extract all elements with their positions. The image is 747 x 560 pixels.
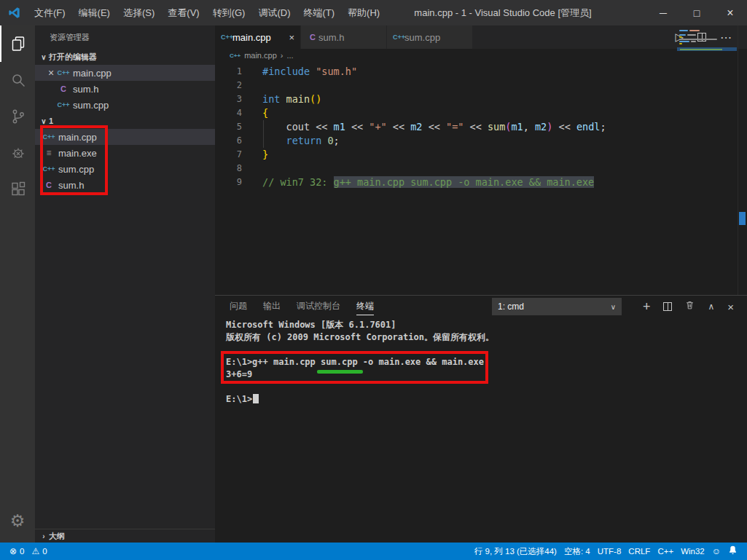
terminal-select[interactable]: 1: cmd ∨ xyxy=(492,298,622,315)
chevron-right-icon: › xyxy=(39,532,49,540)
menu-item[interactable]: 终端(T) xyxy=(297,0,341,25)
close-panel-icon[interactable]: × xyxy=(727,301,734,313)
status-item[interactable]: UTF-8 xyxy=(594,543,625,560)
code-line[interactable]: 3int main() xyxy=(215,92,747,106)
cpp-file-icon: C++ xyxy=(57,101,70,109)
breadcrumb-more[interactable]: ... xyxy=(286,51,293,60)
line-number: 7 xyxy=(215,148,242,162)
cpp-file-icon: C++ xyxy=(42,165,55,173)
cpp-file-icon: C++ xyxy=(221,33,232,41)
menu-item[interactable]: 选择(S) xyxy=(117,0,161,25)
smiley-icon: ☺ xyxy=(712,546,721,556)
tab-sum-h[interactable]: Csum.h xyxy=(301,25,387,49)
cpp-file-icon: C++ xyxy=(230,52,240,59)
code-editor[interactable]: 1#include "sum.h"23int main()4{5 cout <<… xyxy=(215,62,747,295)
file-item[interactable]: C++sum.cpp xyxy=(35,97,215,113)
close-window-button[interactable]: × xyxy=(713,0,747,25)
code-line[interactable]: 2 xyxy=(215,79,747,92)
code-line[interactable]: 6 return 0; xyxy=(215,134,747,148)
explorer-icon[interactable] xyxy=(0,25,35,62)
extensions-icon[interactable] xyxy=(0,171,35,208)
line-number: 6 xyxy=(215,134,242,148)
status-error[interactable]: ⊗0 xyxy=(6,543,28,560)
folder-section-header[interactable]: ∨ 1 xyxy=(35,113,215,129)
menu-item[interactable]: 调试(D) xyxy=(251,0,297,25)
cpp-file-icon: C++ xyxy=(42,133,55,141)
close-icon[interactable]: × xyxy=(45,67,57,79)
panel-tab[interactable]: 输出 xyxy=(263,296,281,318)
breadcrumb[interactable]: C++ main.cpp › ... xyxy=(215,49,747,62)
file-item[interactable]: ×C++main.cpp xyxy=(35,65,215,81)
panel-actions: + ∧ × xyxy=(643,296,734,318)
minimize-button[interactable]: ─ xyxy=(646,0,680,25)
tab-sum-cpp[interactable]: C++sum.cpp xyxy=(387,25,473,49)
status-item[interactable]: C++ xyxy=(654,543,677,560)
status-bar: ⊗0⚠0 行 9, 列 13 (已选择44)空格: 4UTF-8CRLFC++W… xyxy=(0,543,747,560)
settings-gear-icon[interactable]: ⚙ xyxy=(0,505,35,537)
code-text: { xyxy=(242,106,268,120)
status-warning[interactable]: ⚠0 xyxy=(28,543,50,560)
code-text: #include "sum.h" xyxy=(242,65,357,79)
code-line[interactable]: 1#include "sum.h" xyxy=(215,65,747,79)
file-item[interactable]: C++sum.cpp xyxy=(35,161,215,177)
outline-section-header[interactable]: › 大纲 xyxy=(35,529,215,543)
menu-item[interactable]: 转到(G) xyxy=(206,0,252,25)
c-header-file-icon: C xyxy=(42,181,55,189)
tab-main-cpp[interactable]: C++main.cpp× xyxy=(215,25,301,49)
line-number: 2 xyxy=(215,79,242,92)
panel-tab[interactable]: 调试控制台 xyxy=(297,296,340,318)
file-item[interactable]: C++main.cpp xyxy=(35,129,215,145)
panel-tab[interactable]: 问题 xyxy=(230,296,247,318)
folder-file-list: C++main.cpp≡main.exeC++sum.cppCsum.h xyxy=(35,129,215,193)
open-editors-header[interactable]: ∨ 打开的编辑器 xyxy=(35,49,215,65)
file-item[interactable]: ≡main.exe xyxy=(35,145,215,161)
code-text: int main() xyxy=(242,92,321,106)
terminal[interactable]: Microsoft Windows [版本 6.1.7601]版权所有 (c) … xyxy=(215,319,747,543)
file-item[interactable]: Csum.h xyxy=(35,81,215,97)
menu-item[interactable]: 编辑(E) xyxy=(72,0,117,25)
terminal-cursor xyxy=(253,394,259,403)
code-line[interactable]: 9// win7 32: g++ main.cpp sum.cpp -o mai… xyxy=(215,176,747,189)
status-item[interactable]: 行 9, 列 13 (已选择44) xyxy=(471,543,560,560)
menu-item[interactable]: 查看(V) xyxy=(161,0,206,25)
file-name: main.cpp xyxy=(70,68,112,79)
search-icon[interactable] xyxy=(0,62,35,98)
status-item[interactable]: Win32 xyxy=(677,543,708,560)
breadcrumb-file[interactable]: main.cpp xyxy=(244,51,277,60)
code-line[interactable]: 7} xyxy=(215,148,747,162)
status-item[interactable]: 空格: 4 xyxy=(560,543,594,560)
maximize-button[interactable]: □ xyxy=(680,0,713,25)
file-name: sum.cpp xyxy=(55,164,94,175)
status-bell[interactable] xyxy=(724,543,741,560)
debug-icon[interactable] xyxy=(0,135,35,171)
terminal-line xyxy=(226,344,747,356)
editor-tab-bar: C++main.cpp×Csum.hC++sum.cpp xyxy=(215,25,747,49)
split-terminal-icon[interactable] xyxy=(663,302,672,311)
new-terminal-icon[interactable]: + xyxy=(643,299,651,315)
panel-header: 问题输出调试控制台终端 1: cmd ∨ + ∧ × xyxy=(215,296,747,318)
cpp-file-icon: C++ xyxy=(393,33,404,41)
vscode-window: 文件(F)编辑(E)选择(S)查看(V)转到(G)调试(D)终端(T)帮助(H)… xyxy=(0,0,747,560)
explorer-sidebar: 资源管理器 ∨ 打开的编辑器 ×C++main.cppCsum.hC++sum.… xyxy=(35,25,215,543)
line-number: 4 xyxy=(215,106,242,120)
kill-terminal-icon[interactable] xyxy=(685,300,695,313)
panel-tab[interactable]: 终端 xyxy=(356,296,374,318)
title-bar: 文件(F)编辑(E)选择(S)查看(V)转到(G)调试(D)终端(T)帮助(H)… xyxy=(0,0,747,25)
line-number: 3 xyxy=(215,92,242,106)
code-line[interactable]: 5 cout << m1 << "+" << m2 << "=" << sum(… xyxy=(215,120,747,134)
status-item[interactable]: CRLF xyxy=(625,543,654,560)
code-text: } xyxy=(242,148,268,162)
code-line[interactable]: 8 xyxy=(215,162,747,176)
source-control-icon[interactable] xyxy=(0,98,35,135)
minimap[interactable] xyxy=(677,30,737,51)
menu-item[interactable]: 文件(F) xyxy=(28,0,72,25)
code-text xyxy=(242,162,262,176)
file-item[interactable]: Csum.h xyxy=(35,177,215,193)
tab-label: sum.h xyxy=(318,32,344,43)
editor-area: C++main.cpp×Csum.hC++sum.cpp ▷ ⋯ C++ mai… xyxy=(215,25,747,543)
maximize-panel-icon[interactable]: ∧ xyxy=(708,301,714,312)
status-smiley[interactable]: ☺ xyxy=(708,543,724,560)
code-line[interactable]: 4{ xyxy=(215,106,747,120)
error-icon: ⊗ xyxy=(9,546,17,556)
close-icon[interactable]: × xyxy=(289,32,294,43)
